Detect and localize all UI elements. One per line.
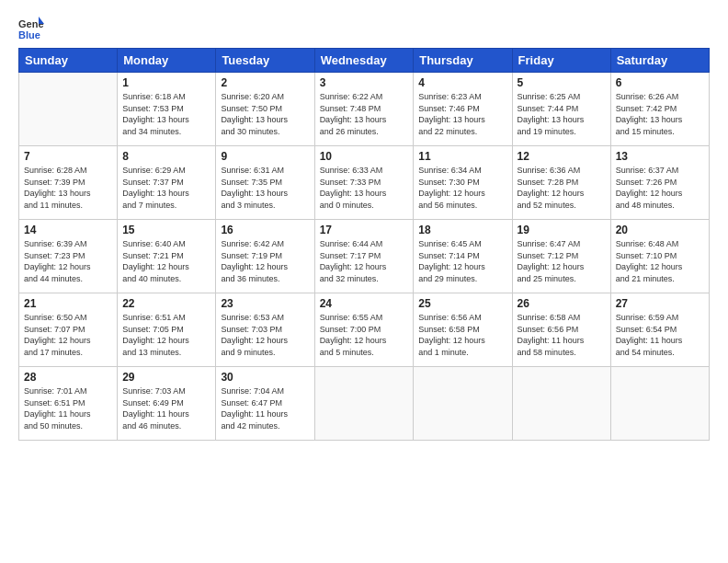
day-info: Sunrise: 6:53 AM Sunset: 7:03 PM Dayligh… [221, 312, 309, 358]
logo-icon: General Blue [18, 15, 44, 40]
day-number: 28 [24, 371, 112, 384]
calendar-cell: 24Sunrise: 6:55 AM Sunset: 7:00 PM Dayli… [314, 293, 414, 367]
calendar-cell: 11Sunrise: 6:34 AM Sunset: 7:30 PM Dayli… [414, 146, 512, 220]
calendar-cell: 7Sunrise: 6:28 AM Sunset: 7:39 PM Daylig… [19, 146, 118, 220]
day-info: Sunrise: 6:48 AM Sunset: 7:10 PM Dayligh… [616, 238, 704, 284]
day-number: 2 [221, 76, 309, 89]
calendar-cell: 10Sunrise: 6:33 AM Sunset: 7:33 PM Dayli… [314, 146, 414, 220]
day-info: Sunrise: 6:29 AM Sunset: 7:37 PM Dayligh… [122, 165, 210, 211]
day-info: Sunrise: 6:37 AM Sunset: 7:26 PM Dayligh… [616, 165, 704, 211]
calendar-cell: 18Sunrise: 6:45 AM Sunset: 7:14 PM Dayli… [414, 220, 512, 293]
day-info: Sunrise: 6:28 AM Sunset: 7:39 PM Dayligh… [24, 165, 112, 211]
calendar-cell: 20Sunrise: 6:48 AM Sunset: 7:10 PM Dayli… [610, 220, 709, 293]
calendar-cell: 27Sunrise: 6:59 AM Sunset: 6:54 PM Dayli… [610, 293, 709, 367]
day-info: Sunrise: 6:33 AM Sunset: 7:33 PM Dayligh… [320, 165, 409, 211]
day-number: 13 [616, 150, 704, 163]
calendar-cell: 12Sunrise: 6:36 AM Sunset: 7:28 PM Dayli… [512, 146, 610, 220]
calendar-cell: 3Sunrise: 6:22 AM Sunset: 7:48 PM Daylig… [314, 73, 414, 146]
calendar-cell [414, 367, 512, 441]
calendar-cell: 4Sunrise: 6:23 AM Sunset: 7:46 PM Daylig… [414, 73, 512, 146]
day-info: Sunrise: 6:26 AM Sunset: 7:42 PM Dayligh… [616, 91, 704, 137]
day-number: 26 [518, 297, 606, 310]
weekday-header-wednesday: Wednesday [314, 49, 414, 73]
day-info: Sunrise: 6:47 AM Sunset: 7:12 PM Dayligh… [518, 238, 606, 284]
day-number: 16 [221, 224, 309, 236]
day-number: 11 [418, 150, 506, 163]
calendar-cell: 14Sunrise: 6:39 AM Sunset: 7:23 PM Dayli… [19, 220, 118, 293]
day-info: Sunrise: 7:01 AM Sunset: 6:51 PM Dayligh… [24, 385, 112, 431]
day-number: 27 [616, 297, 704, 310]
day-info: Sunrise: 6:44 AM Sunset: 7:17 PM Dayligh… [320, 238, 409, 284]
day-number: 23 [221, 297, 309, 310]
day-number: 22 [122, 297, 210, 310]
calendar-cell: 2Sunrise: 6:20 AM Sunset: 7:50 PM Daylig… [216, 73, 314, 146]
day-info: Sunrise: 6:55 AM Sunset: 7:00 PM Dayligh… [320, 312, 409, 358]
day-number: 20 [616, 224, 704, 236]
page-header: General Blue [18, 15, 710, 40]
day-number: 30 [221, 371, 309, 384]
calendar-cell: 30Sunrise: 7:04 AM Sunset: 6:47 PM Dayli… [216, 367, 314, 441]
calendar-cell: 15Sunrise: 6:40 AM Sunset: 7:21 PM Dayli… [118, 220, 216, 293]
day-info: Sunrise: 7:03 AM Sunset: 6:49 PM Dayligh… [122, 385, 210, 431]
calendar-cell: 29Sunrise: 7:03 AM Sunset: 6:49 PM Dayli… [118, 367, 216, 441]
calendar-cell [610, 367, 709, 441]
day-info: Sunrise: 6:45 AM Sunset: 7:14 PM Dayligh… [418, 238, 506, 284]
calendar-cell: 1Sunrise: 6:18 AM Sunset: 7:53 PM Daylig… [118, 73, 216, 146]
day-info: Sunrise: 6:39 AM Sunset: 7:23 PM Dayligh… [24, 238, 112, 284]
day-number: 25 [418, 297, 506, 310]
day-info: Sunrise: 6:40 AM Sunset: 7:21 PM Dayligh… [122, 238, 210, 284]
week-row-5: 28Sunrise: 7:01 AM Sunset: 6:51 PM Dayli… [19, 367, 710, 441]
day-info: Sunrise: 6:36 AM Sunset: 7:28 PM Dayligh… [518, 165, 606, 211]
day-number: 17 [320, 224, 409, 236]
day-number: 3 [320, 76, 409, 89]
day-info: Sunrise: 6:51 AM Sunset: 7:05 PM Dayligh… [122, 312, 210, 358]
day-info: Sunrise: 6:56 AM Sunset: 6:58 PM Dayligh… [418, 312, 506, 358]
day-info: Sunrise: 6:58 AM Sunset: 6:56 PM Dayligh… [518, 312, 606, 358]
day-info: Sunrise: 7:04 AM Sunset: 6:47 PM Dayligh… [221, 385, 309, 431]
day-info: Sunrise: 6:18 AM Sunset: 7:53 PM Dayligh… [122, 91, 210, 137]
day-number: 29 [122, 371, 210, 384]
calendar-cell: 26Sunrise: 6:58 AM Sunset: 6:56 PM Dayli… [512, 293, 610, 367]
calendar-cell: 21Sunrise: 6:50 AM Sunset: 7:07 PM Dayli… [19, 293, 118, 367]
day-info: Sunrise: 6:23 AM Sunset: 7:46 PM Dayligh… [418, 91, 506, 137]
calendar-cell: 28Sunrise: 7:01 AM Sunset: 6:51 PM Dayli… [19, 367, 118, 441]
calendar-cell: 25Sunrise: 6:56 AM Sunset: 6:58 PM Dayli… [414, 293, 512, 367]
svg-text:Blue: Blue [18, 29, 40, 40]
calendar-cell: 23Sunrise: 6:53 AM Sunset: 7:03 PM Dayli… [216, 293, 314, 367]
logo: General Blue [18, 15, 48, 40]
day-number: 24 [320, 297, 409, 310]
weekday-header-saturday: Saturday [610, 49, 709, 73]
day-number: 14 [24, 224, 112, 236]
day-number: 21 [24, 297, 112, 310]
day-number: 12 [518, 150, 606, 163]
week-row-2: 7Sunrise: 6:28 AM Sunset: 7:39 PM Daylig… [19, 146, 710, 220]
day-info: Sunrise: 6:59 AM Sunset: 6:54 PM Dayligh… [616, 312, 704, 358]
calendar-cell: 8Sunrise: 6:29 AM Sunset: 7:37 PM Daylig… [118, 146, 216, 220]
day-number: 15 [122, 224, 210, 236]
day-number: 8 [122, 150, 210, 163]
day-info: Sunrise: 6:25 AM Sunset: 7:44 PM Dayligh… [518, 91, 606, 137]
calendar-cell: 5Sunrise: 6:25 AM Sunset: 7:44 PM Daylig… [512, 73, 610, 146]
calendar-cell: 13Sunrise: 6:37 AM Sunset: 7:26 PM Dayli… [610, 146, 709, 220]
week-row-1: 1Sunrise: 6:18 AM Sunset: 7:53 PM Daylig… [19, 73, 710, 146]
day-number: 19 [518, 224, 606, 236]
day-info: Sunrise: 6:22 AM Sunset: 7:48 PM Dayligh… [320, 91, 409, 137]
weekday-header-row: SundayMondayTuesdayWednesdayThursdayFrid… [19, 49, 710, 73]
week-row-3: 14Sunrise: 6:39 AM Sunset: 7:23 PM Dayli… [19, 220, 710, 293]
day-info: Sunrise: 6:42 AM Sunset: 7:19 PM Dayligh… [221, 238, 309, 284]
day-number: 18 [418, 224, 506, 236]
day-info: Sunrise: 6:50 AM Sunset: 7:07 PM Dayligh… [24, 312, 112, 358]
weekday-header-tuesday: Tuesday [216, 49, 314, 73]
day-number: 9 [221, 150, 309, 163]
calendar-table: SundayMondayTuesdayWednesdayThursdayFrid… [18, 48, 710, 441]
day-number: 4 [418, 76, 506, 89]
weekday-header-monday: Monday [118, 49, 216, 73]
day-info: Sunrise: 6:34 AM Sunset: 7:30 PM Dayligh… [418, 165, 506, 211]
day-number: 7 [24, 150, 112, 163]
calendar-cell: 9Sunrise: 6:31 AM Sunset: 7:35 PM Daylig… [216, 146, 314, 220]
day-number: 10 [320, 150, 409, 163]
day-info: Sunrise: 6:31 AM Sunset: 7:35 PM Dayligh… [221, 165, 309, 211]
calendar-cell [314, 367, 414, 441]
week-row-4: 21Sunrise: 6:50 AM Sunset: 7:07 PM Dayli… [19, 293, 710, 367]
calendar-cell: 6Sunrise: 6:26 AM Sunset: 7:42 PM Daylig… [610, 73, 709, 146]
